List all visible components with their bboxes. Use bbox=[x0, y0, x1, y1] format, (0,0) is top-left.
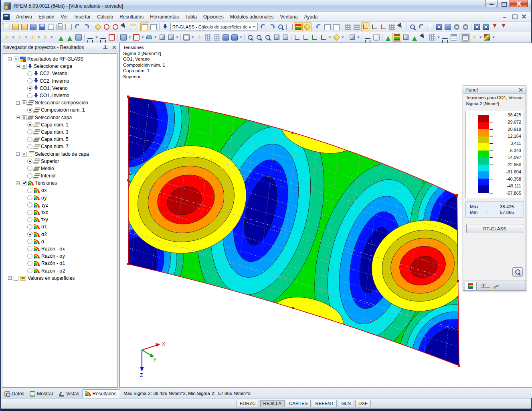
visibility-button[interactable] bbox=[348, 33, 356, 42]
radio[interactable] bbox=[27, 217, 32, 222]
tab-resultados[interactable]: Resultados bbox=[82, 389, 120, 398]
insert-line-button[interactable] bbox=[15, 33, 24, 42]
minimize-button[interactable] bbox=[485, 0, 497, 7]
result-tables-button[interactable] bbox=[449, 33, 458, 42]
radio[interactable] bbox=[27, 137, 32, 142]
status-cell-rejilla[interactable]: REJILLA bbox=[260, 400, 285, 407]
radio[interactable] bbox=[27, 129, 32, 134]
menu-tabla[interactable]: Tabla bbox=[182, 13, 200, 21]
radio[interactable] bbox=[27, 166, 32, 171]
rotate-button[interactable] bbox=[417, 22, 426, 31]
frame1-button[interactable] bbox=[204, 33, 212, 42]
tree-item-seleccionar-composicion[interactable]: Seleccionar composición bbox=[2, 99, 117, 106]
nav-forward-button[interactable] bbox=[267, 22, 276, 31]
isolate-x2-button[interactable] bbox=[481, 22, 490, 31]
new-shell-button[interactable] bbox=[145, 33, 154, 42]
panel-zoom-button[interactable] bbox=[512, 267, 523, 277]
tree-item-capa-3[interactable]: Capa núm. 3 bbox=[2, 128, 117, 136]
zoom-in-button[interactable] bbox=[255, 33, 263, 42]
panel-tab-factors[interactable] bbox=[477, 282, 490, 290]
color-scale-button[interactable] bbox=[483, 33, 492, 42]
animation-button[interactable] bbox=[314, 22, 323, 31]
tree-item-tau-yz[interactable]: τyz bbox=[2, 201, 117, 209]
expand-icon[interactable] bbox=[8, 276, 12, 280]
new-surface-button[interactable] bbox=[119, 33, 128, 42]
module-combobox[interactable]: RF-GLASS - Cálculo de superficies de v bbox=[170, 23, 258, 31]
status-cell-cartes[interactable]: CARTES bbox=[286, 400, 311, 407]
dimension-xx-button[interactable] bbox=[99, 33, 107, 42]
new-solid2-dropdown[interactable] bbox=[176, 37, 178, 38]
mesh-button[interactable] bbox=[344, 22, 352, 31]
contour-colors-button[interactable] bbox=[392, 33, 401, 42]
radio-selected[interactable] bbox=[27, 232, 32, 237]
copy-dropdown[interactable] bbox=[192, 37, 194, 38]
panel-tab-color-scale[interactable] bbox=[465, 282, 477, 290]
radio[interactable] bbox=[27, 254, 32, 259]
tree-item-medio[interactable]: Medio bbox=[2, 165, 117, 172]
insert-node-button[interactable] bbox=[2, 33, 11, 42]
print-preview-button[interactable] bbox=[64, 22, 73, 31]
tab-datos[interactable]: Datos bbox=[2, 390, 27, 398]
restore-button[interactable] bbox=[498, 0, 509, 7]
wand-button[interactable] bbox=[470, 33, 479, 42]
collapse-icon[interactable] bbox=[8, 57, 12, 61]
insert-node-dropdown[interactable] bbox=[12, 37, 14, 38]
color-scale-dropdown[interactable] bbox=[492, 37, 495, 38]
tree-item-tau-xy[interactable]: τxy bbox=[2, 216, 117, 223]
tree-item-seleccionar-capa[interactable]: Seleccionar capa bbox=[2, 114, 117, 121]
deformation-button[interactable] bbox=[363, 33, 372, 42]
displacement-button[interactable] bbox=[410, 33, 419, 42]
view-x-button[interactable] bbox=[293, 33, 301, 42]
radio[interactable] bbox=[27, 173, 32, 179]
collapse-icon[interactable] bbox=[16, 101, 20, 105]
gears-button[interactable] bbox=[461, 22, 470, 31]
save-button[interactable] bbox=[38, 22, 47, 31]
render-results-button[interactable] bbox=[294, 22, 303, 31]
tree-item-valores-en-superficies[interactable]: xxValores en superficies bbox=[2, 275, 117, 282]
menu-opciones[interactable]: Opciones bbox=[200, 13, 227, 21]
new-surface-dropdown[interactable] bbox=[129, 37, 131, 38]
radio[interactable] bbox=[27, 246, 32, 251]
checkbox[interactable] bbox=[22, 152, 26, 157]
tree-item-composicion-1[interactable]: Composición núm. 1 bbox=[2, 106, 117, 114]
radio[interactable] bbox=[27, 93, 32, 98]
select-region-button[interactable] bbox=[107, 33, 116, 42]
panel-title-bar[interactable]: Panel bbox=[463, 86, 526, 94]
tree-item-seleccionar-carga[interactable]: Seleccionar carga bbox=[2, 63, 117, 70]
menu-ver[interactable]: Ver bbox=[57, 13, 71, 21]
tree-item-razon-sigma-y[interactable]: Razón - σy bbox=[2, 252, 117, 260]
mdi-close-button[interactable] bbox=[521, 14, 527, 19]
radio-selected[interactable] bbox=[27, 85, 32, 91]
combo-dropdown-arrow[interactable] bbox=[253, 26, 255, 28]
tree-item-resultados-rf-glass[interactable]: Resultados de RF-GLASS bbox=[2, 55, 117, 63]
tree-item-sigma-y[interactable]: σy bbox=[2, 194, 117, 201]
menu-modulos-adicionales[interactable]: Módulos adicionales bbox=[227, 13, 277, 21]
new-opening-button[interactable] bbox=[132, 33, 141, 42]
result-table2-button[interactable] bbox=[332, 22, 341, 31]
open-project-button[interactable] bbox=[20, 22, 29, 31]
isometric-dropdown[interactable] bbox=[342, 37, 344, 38]
snap-target2-button[interactable] bbox=[111, 22, 120, 31]
menu-ventana[interactable]: Ventana bbox=[277, 13, 301, 21]
radio[interactable] bbox=[27, 239, 32, 244]
tree-item-tau-xz[interactable]: τxz bbox=[2, 209, 117, 216]
navigator-close-icon[interactable] bbox=[112, 45, 117, 50]
table-layout-button[interactable] bbox=[149, 22, 158, 31]
new-solid-button[interactable] bbox=[158, 33, 166, 42]
dimension-button[interactable] bbox=[86, 33, 95, 42]
tree-item-seleccionar-lado[interactable]: Seleccionar lado de capa bbox=[2, 150, 117, 157]
close-button[interactable] bbox=[510, 0, 528, 7]
menu-edicion[interactable]: Edición bbox=[35, 13, 57, 21]
view-z-button[interactable] bbox=[310, 33, 319, 42]
document-icon[interactable] bbox=[3, 14, 10, 20]
radio[interactable] bbox=[27, 261, 32, 266]
node-red-button[interactable] bbox=[195, 33, 204, 42]
radio[interactable] bbox=[27, 268, 32, 273]
dimension-dropdown[interactable] bbox=[95, 37, 98, 38]
new-file-button[interactable] bbox=[2, 22, 11, 31]
delete-button[interactable] bbox=[435, 22, 443, 31]
plane-xy-button[interactable] bbox=[370, 22, 379, 31]
frame4-dropdown[interactable] bbox=[240, 37, 242, 38]
status-cell-gln[interactable]: GLN bbox=[338, 400, 354, 407]
pencil-button[interactable] bbox=[419, 33, 428, 42]
